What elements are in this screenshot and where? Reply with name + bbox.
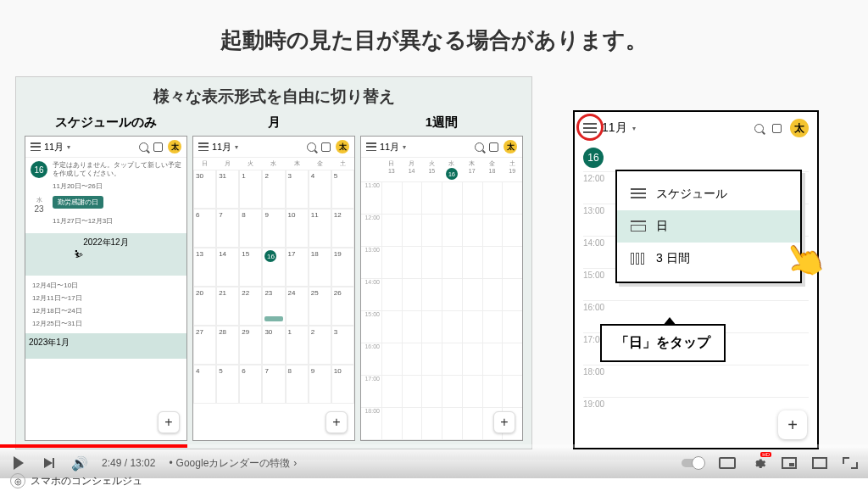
calendar-cell[interactable]: 9 — [309, 365, 331, 404]
hamburger-icon[interactable] — [366, 142, 376, 151]
fab-add[interactable]: + — [158, 411, 180, 433]
calendar-cell[interactable]: 28 — [216, 326, 239, 365]
calendar-cell[interactable]: 16 — [262, 248, 285, 287]
right-panel: 11月 ▾ 太 16 12:0013:0014:0015:0016:0017:0… — [573, 110, 844, 454]
phone-menu-demo: 11月 ▾ 太 16 12:0013:0014:0015:0016:0017:0… — [573, 110, 819, 449]
calendar-cell[interactable]: 12 — [331, 209, 354, 248]
avatar[interactable]: 太 — [336, 140, 349, 153]
calendar-cell[interactable]: 3 — [286, 170, 309, 209]
avatar[interactable]: 太 — [504, 140, 517, 153]
calendar-cell[interactable]: 8 — [286, 365, 309, 404]
calendar-cell[interactable]: 1 — [239, 170, 262, 209]
phone-schedule: 11月 ▾ 太 16 予定はありません。タップして新しい予定を作成してください。 — [25, 136, 187, 441]
calendar-cell[interactable]: 6 — [193, 209, 216, 248]
calendar-cell[interactable]: 10 — [286, 209, 309, 248]
search-icon[interactable] — [139, 142, 148, 152]
search-icon[interactable] — [754, 124, 764, 133]
calendar-cell[interactable]: 31 — [216, 170, 239, 209]
calendar-cell[interactable]: 24 — [286, 287, 309, 326]
calendar-icon[interactable] — [153, 142, 163, 152]
month-label[interactable]: 11月 — [212, 141, 231, 153]
miniplayer-button[interactable] — [782, 457, 797, 469]
col-header-month: 月 — [192, 114, 355, 131]
time-display: 2:49 / 13:02 — [102, 457, 155, 469]
menu-item-day[interactable]: 日 — [617, 210, 800, 243]
calendar-cell[interactable]: 30 — [262, 326, 285, 365]
month-grid[interactable]: 3031123456789101112131415161718192021222… — [193, 170, 354, 404]
play-icon — [14, 456, 24, 470]
calendar-cell[interactable]: 2 — [262, 170, 285, 209]
month-label[interactable]: 11月 — [44, 141, 64, 153]
hamburger-icon[interactable] — [31, 142, 41, 151]
play-button[interactable] — [10, 455, 27, 471]
calendar-cell[interactable]: 21 — [216, 287, 239, 326]
holiday-event[interactable]: 勤労感謝の日 — [53, 196, 103, 209]
channel-name[interactable]: スマホのコンシェルジュ — [31, 474, 142, 488]
calendar-cell[interactable]: 4 — [193, 365, 216, 404]
calendar-cell[interactable]: 5 — [331, 170, 354, 209]
day-view-icon — [631, 220, 646, 232]
fab-add[interactable]: + — [326, 411, 348, 433]
next-button[interactable] — [41, 455, 58, 471]
month-divider: 2023年1月 — [25, 333, 186, 359]
subtitles-button[interactable] — [719, 457, 736, 469]
calendar-cell[interactable]: 6 — [239, 365, 262, 404]
fab-add[interactable]: + — [778, 410, 807, 439]
calendar-cell[interactable]: 11 — [309, 209, 331, 248]
month-label[interactable]: 11月 — [380, 141, 399, 153]
menu-item-3day[interactable]: 3 日間 — [617, 243, 800, 275]
calendar-icon[interactable] — [489, 142, 498, 152]
search-icon[interactable] — [307, 142, 316, 152]
calendar-cell[interactable]: 19 — [331, 248, 354, 287]
phone-week: 11月 ▾ 太 日13月14火15水16木17金18土19 11:0012:00… — [360, 136, 523, 441]
chapter-link[interactable]: • Googleカレンダーの特徴 › — [169, 456, 297, 471]
calendar-cell[interactable]: 7 — [216, 209, 239, 248]
chevron-down-icon: ▾ — [403, 143, 406, 151]
calendar-cell[interactable]: 15 — [239, 248, 262, 287]
calendar-cell[interactable]: 23 — [262, 287, 285, 326]
search-icon[interactable] — [475, 142, 484, 152]
calendar-cell[interactable]: 18 — [309, 248, 331, 287]
calendar-cell[interactable]: 9 — [262, 209, 285, 248]
calendar-cell[interactable]: 4 — [309, 170, 331, 209]
calendar-cell[interactable]: 20 — [193, 287, 216, 326]
date-badge-today: 16 — [583, 148, 604, 168]
volume-button[interactable]: 🔊 — [71, 455, 88, 471]
column-schedule: スケジュールのみ 11月 ▾ 太 16 — [25, 114, 187, 441]
hamburger-icon[interactable] — [198, 142, 209, 151]
calendar-cell[interactable]: 13 — [193, 248, 216, 287]
calendar-cell[interactable]: 22 — [239, 287, 262, 326]
calendar-cell[interactable]: 10 — [331, 365, 354, 404]
calendar-icon[interactable] — [772, 124, 782, 133]
channel-logo[interactable]: ◎ — [10, 473, 25, 488]
menu-item-schedule[interactable]: スケジュール — [617, 178, 800, 210]
calendar-cell[interactable]: 7 — [262, 365, 285, 404]
month-label[interactable]: 11月 — [602, 120, 627, 136]
calendar-cell[interactable]: 1 — [286, 326, 309, 365]
calendar-cell[interactable]: 5 — [216, 365, 239, 404]
autoplay-toggle[interactable] — [682, 459, 704, 467]
column-month: 月 11月 ▾ 太 日月火水木金土 3031123456789101112131… — [192, 114, 355, 441]
highlight-circle — [576, 114, 604, 141]
calendar-cell[interactable]: 2 — [309, 326, 331, 365]
avatar[interactable]: 太 — [790, 119, 809, 137]
calendar-cell[interactable]: 25 — [309, 287, 331, 326]
calendar-icon[interactable] — [321, 142, 331, 152]
calendar-cell[interactable]: 17 — [286, 248, 309, 287]
week-body[interactable]: 11:0012:0013:0014:0015:0016:0017:0018:00… — [361, 181, 522, 441]
fullscreen-button[interactable] — [843, 457, 858, 469]
avatar[interactable]: 太 — [168, 140, 181, 153]
calendar-cell[interactable]: 29 — [239, 326, 262, 365]
week-header: 日13月14火15水16木17金18土19 — [361, 158, 522, 181]
theater-mode-button[interactable] — [812, 457, 827, 469]
settings-button[interactable]: HD — [751, 455, 766, 471]
calendar-cell[interactable]: 30 — [193, 170, 216, 209]
fab-add[interactable]: + — [493, 411, 515, 433]
calendar-cell[interactable]: 27 — [193, 326, 216, 365]
calendar-cell[interactable]: 26 — [331, 287, 354, 326]
calendar-cell[interactable]: 14 — [216, 248, 239, 287]
calendar-cell[interactable]: 3 — [331, 326, 354, 365]
calendar-cell[interactable]: 8 — [239, 209, 262, 248]
skier-illustration: ⛷ — [74, 248, 84, 260]
view-menu-popup: スケジュール 日 3 日間 — [615, 170, 802, 283]
